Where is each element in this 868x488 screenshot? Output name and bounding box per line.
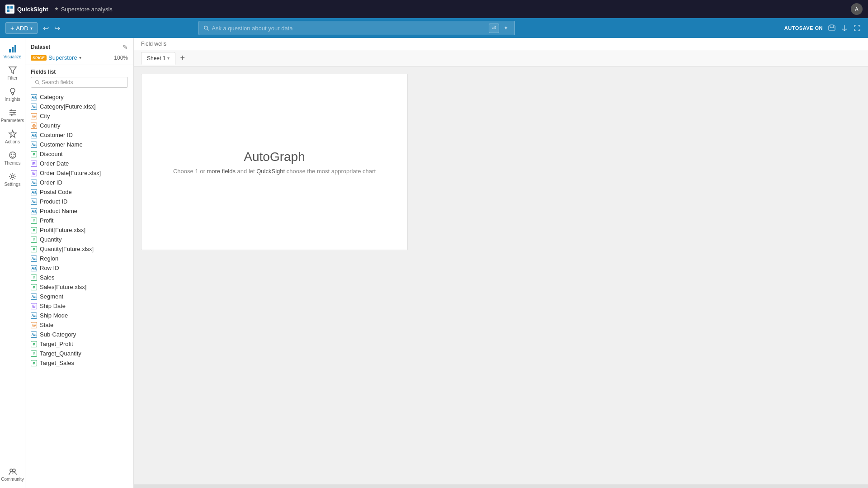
field-item[interactable]: #Target_Sales bbox=[25, 358, 133, 368]
field-item[interactable]: #Sales[Future.xlsx] bbox=[25, 282, 133, 292]
field-item[interactable]: ◎State bbox=[25, 320, 133, 330]
field-type-icon: Aa bbox=[31, 132, 37, 138]
share-button[interactable] bbox=[826, 23, 837, 33]
canvas-area: AutoGraph Choose 1 or more fields and le… bbox=[134, 66, 868, 484]
field-type-icon: # bbox=[31, 218, 37, 224]
sidebar-item-filter[interactable]: Filter bbox=[2, 63, 24, 83]
field-name: Profit[Future.xlsx] bbox=[40, 227, 85, 233]
field-item[interactable]: AaShip Mode bbox=[25, 311, 133, 320]
field-type-icon: Aa bbox=[31, 313, 37, 319]
field-item[interactable]: #Profit bbox=[25, 216, 133, 225]
field-type-icon: # bbox=[31, 227, 37, 233]
sidebar-item-visualize[interactable]: Visualize bbox=[2, 42, 24, 62]
sidebar-item-themes[interactable]: Themes bbox=[2, 148, 24, 168]
dataset-chevron-icon[interactable]: ▾ bbox=[79, 55, 81, 60]
field-wells-header: Field wells bbox=[134, 38, 868, 50]
autosave-label: AUTOSAVE ON bbox=[784, 25, 823, 31]
field-item[interactable]: ⊞Order Date bbox=[25, 159, 133, 168]
field-item[interactable]: AaProduct Name bbox=[25, 206, 133, 216]
search-options-button[interactable]: ✦ bbox=[502, 23, 510, 33]
svg-point-21 bbox=[10, 154, 12, 155]
svg-marker-11 bbox=[9, 67, 16, 74]
search-input[interactable] bbox=[212, 25, 486, 32]
field-type-icon: Aa bbox=[31, 199, 37, 205]
field-item[interactable]: #Quantity bbox=[25, 235, 133, 244]
field-name: Target_Profit bbox=[40, 341, 73, 347]
sidebar-item-actions[interactable]: Actions bbox=[2, 127, 24, 147]
sidebar-item-community[interactable]: Community bbox=[2, 464, 24, 484]
field-name: Segment bbox=[40, 293, 63, 300]
field-item[interactable]: AaCategory bbox=[25, 92, 133, 102]
undo-button[interactable]: ↩ bbox=[41, 22, 51, 34]
field-item[interactable]: AaSub-Category bbox=[25, 330, 133, 339]
sheet-tab-1[interactable]: Sheet 1 ▾ bbox=[141, 52, 175, 65]
field-item[interactable]: ◎Country bbox=[25, 121, 133, 130]
field-name: Row ID bbox=[40, 265, 59, 271]
autosave-area: AUTOSAVE ON bbox=[784, 23, 863, 33]
add-chevron-icon: ▾ bbox=[30, 26, 33, 31]
field-item[interactable]: #Target_Quantity bbox=[25, 349, 133, 358]
sidebar-item-settings-label: Settings bbox=[4, 182, 20, 187]
field-type-icon: Aa bbox=[31, 265, 37, 271]
field-item[interactable]: #Sales bbox=[25, 273, 133, 282]
field-item[interactable]: #Discount bbox=[25, 149, 133, 159]
sheets-row: Sheet 1 ▾ + bbox=[134, 50, 868, 66]
sidebar-item-insights[interactable]: Insights bbox=[2, 84, 24, 104]
field-item[interactable]: AaRegion bbox=[25, 254, 133, 263]
field-item[interactable]: AaCustomer Name bbox=[25, 140, 133, 149]
field-item[interactable]: ◎City bbox=[25, 111, 133, 121]
search-fields-input[interactable] bbox=[42, 79, 124, 85]
search-submit-button[interactable]: ⏎ bbox=[489, 24, 499, 33]
field-type-icon: Aa bbox=[31, 94, 37, 100]
field-item[interactable]: AaCategory[Future.xlsx] bbox=[25, 102, 133, 111]
field-name: City bbox=[40, 113, 50, 119]
field-item[interactable]: AaProduct ID bbox=[25, 197, 133, 206]
search-bar: ⏎ ✦ bbox=[198, 21, 515, 35]
field-name: Product ID bbox=[40, 198, 67, 205]
add-button[interactable]: + ADD ▾ bbox=[5, 22, 38, 34]
field-item[interactable]: #Target_Profit bbox=[25, 339, 133, 349]
sidebar-item-parameters-label: Parameters bbox=[1, 118, 24, 123]
autograph-subtitle-text: Choose 1 or more fields and let QuickSig… bbox=[173, 168, 376, 175]
actions-icon bbox=[8, 129, 17, 138]
field-item[interactable]: #Quantity[Future.xlsx] bbox=[25, 244, 133, 254]
add-sheet-button[interactable]: + bbox=[177, 52, 188, 64]
svg-point-25 bbox=[13, 469, 15, 472]
svg-rect-10 bbox=[14, 45, 16, 52]
field-item[interactable]: #Profit[Future.xlsx] bbox=[25, 225, 133, 235]
field-type-icon: # bbox=[31, 284, 37, 290]
field-item[interactable]: AaSegment bbox=[25, 292, 133, 301]
export-button[interactable] bbox=[839, 23, 850, 33]
field-item[interactable]: AaRow ID bbox=[25, 263, 133, 273]
add-label: ADD bbox=[16, 25, 28, 32]
svg-point-24 bbox=[10, 469, 13, 472]
dataset-edit-button[interactable]: ✎ bbox=[123, 43, 128, 51]
fullscreen-button[interactable] bbox=[852, 23, 863, 33]
sidebar-item-visualize-label: Visualize bbox=[4, 54, 22, 59]
svg-rect-3 bbox=[10, 9, 13, 12]
sidebar-item-parameters[interactable]: Parameters bbox=[2, 105, 24, 126]
dataset-row: Dataset ✎ bbox=[31, 43, 128, 51]
svg-point-19 bbox=[11, 114, 13, 116]
field-item[interactable]: AaPostal Code bbox=[25, 187, 133, 197]
field-type-icon: # bbox=[31, 351, 37, 357]
sidebar-item-settings[interactable]: Settings bbox=[2, 169, 24, 190]
bottom-scrollbar[interactable] bbox=[134, 484, 868, 488]
field-type-icon: Aa bbox=[31, 208, 37, 214]
field-type-icon: ◎ bbox=[31, 113, 37, 119]
user-avatar[interactable]: A bbox=[851, 3, 863, 15]
dataset-percentage: 100% bbox=[114, 55, 128, 61]
field-item[interactable]: AaOrder ID bbox=[25, 178, 133, 187]
field-name: Quantity bbox=[40, 236, 61, 243]
top-bar: QuickSight Superstore analysis A bbox=[0, 0, 868, 18]
field-item[interactable]: ⊞Ship Date bbox=[25, 301, 133, 311]
field-type-icon: Aa bbox=[31, 180, 37, 186]
visual-container: AutoGraph Choose 1 or more fields and le… bbox=[141, 74, 408, 250]
field-name: Category[Future.xlsx] bbox=[40, 103, 96, 110]
field-item[interactable]: AaCustomer ID bbox=[25, 130, 133, 140]
field-item[interactable]: ⊞Order Date[Future.xlsx] bbox=[25, 168, 133, 178]
redo-button[interactable]: ↪ bbox=[52, 22, 62, 34]
sidebar-item-actions-label: Actions bbox=[5, 139, 20, 144]
dataset-name[interactable]: Superstore bbox=[48, 54, 77, 61]
field-name: Order Date bbox=[40, 160, 69, 167]
